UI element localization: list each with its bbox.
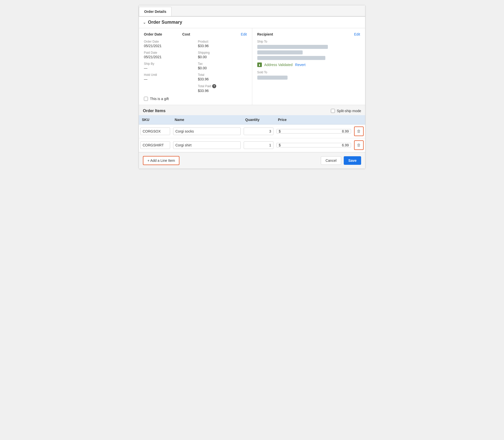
sku-input[interactable] — [140, 128, 170, 135]
price-input[interactable] — [282, 129, 349, 133]
address-validated-icon: ▮ — [257, 62, 262, 67]
cost-col-title: Cost — [182, 32, 190, 36]
order-items-title: Order Items — [143, 109, 166, 113]
ship-by-label: Ship By — [144, 62, 193, 66]
ship-to-label: Ship To — [257, 40, 360, 43]
total-paid-value: $33.96 — [198, 89, 247, 93]
quantity-cell — [242, 124, 275, 138]
price-input[interactable] — [282, 143, 349, 147]
ship-by-value: — — [144, 66, 193, 70]
sku-cell — [139, 138, 172, 152]
revert-link[interactable]: Revert — [295, 63, 305, 67]
paid-date-label: Paid Date — [144, 51, 193, 54]
address-line-1 — [257, 45, 328, 49]
recipient-edit-link[interactable]: Edit — [354, 32, 360, 36]
price-cell: $ — [275, 138, 353, 152]
tax-label: Tax — [198, 62, 247, 66]
delete-row-button[interactable]: 🗑 — [354, 140, 364, 150]
footer-actions: Cancel Save — [321, 156, 361, 165]
order-summary-body: Order Date Cost Edit Order Date 05/21/20… — [139, 28, 365, 105]
shipping-cost-value: $0.00 — [198, 55, 247, 59]
action-cell: 🗑 — [353, 124, 365, 138]
quantity-cell — [242, 138, 275, 152]
cost-edit-link[interactable]: Edit — [241, 32, 247, 36]
delete-row-button[interactable]: 🗑 — [354, 127, 364, 136]
left-col-titles: Order Date Cost — [144, 32, 190, 36]
total-paid-field: Total Paid ? $33.96 — [198, 84, 247, 93]
table-row: $ 🗑 — [139, 124, 365, 138]
shipping-cost-label: Shipping — [198, 51, 247, 54]
paid-date-field: Paid Date 05/21/2021 — [144, 51, 193, 59]
price-input-wrapper: $ — [276, 143, 351, 147]
sold-to-value-placeholder — [257, 76, 288, 80]
order-date-cost-grid: Order Date 05/21/2021 Product $33.96 Pai… — [144, 40, 247, 93]
tab-order-details[interactable]: Order Details — [139, 7, 172, 16]
sku-input[interactable] — [140, 141, 170, 149]
footer-row: + Add a Line Item Cancel Save — [139, 152, 365, 169]
shipping-cost-field: Shipping $0.00 — [198, 51, 247, 59]
page-container: Order Details ⌄ Order Summary Order Date… — [139, 5, 365, 169]
product-cost-label: Product — [198, 40, 247, 43]
gift-checkbox[interactable] — [144, 97, 148, 101]
save-button[interactable]: Save — [344, 156, 361, 165]
total-paid-help-icon[interactable]: ? — [212, 84, 216, 88]
address-line-2 — [257, 50, 303, 54]
address-validated-text: Address Validated — [264, 63, 293, 67]
col-header-quantity: Quantity — [242, 115, 275, 124]
sku-cell — [139, 124, 172, 138]
ship-by-field: Ship By — — [144, 62, 193, 70]
col-header-action — [353, 115, 365, 124]
product-cost-field: Product $33.96 — [198, 40, 247, 48]
summary-right-panel: Recipient Edit Ship To ▮ Address Validat… — [252, 28, 365, 105]
order-date-label: Order Date — [144, 40, 193, 43]
product-cost-value: $33.96 — [198, 44, 247, 48]
add-line-item-button[interactable]: + Add a Line Item — [143, 156, 179, 165]
order-date-value: 05/21/2021 — [144, 44, 193, 48]
recipient-header: Recipient Edit — [257, 32, 360, 36]
name-cell — [172, 138, 242, 152]
left-col-header: Order Date Cost Edit — [144, 32, 247, 36]
trash-icon: 🗑 — [357, 143, 361, 147]
name-cell — [172, 124, 242, 138]
total-value: $33.96 — [198, 77, 247, 81]
hold-until-value: — — [144, 77, 193, 81]
price-cell: $ — [275, 124, 353, 138]
order-summary-title: Order Summary — [148, 20, 182, 25]
hold-until-field: Hold Until — — [144, 73, 193, 81]
name-input[interactable] — [173, 141, 241, 149]
table-row: $ 🗑 — [139, 138, 365, 152]
price-input-wrapper: $ — [276, 129, 351, 134]
quantity-input[interactable] — [244, 141, 273, 149]
order-date-field: Order Date 05/21/2021 — [144, 40, 193, 48]
cancel-button[interactable]: Cancel — [321, 156, 341, 165]
split-ship-row: Split-ship mode — [331, 109, 361, 113]
quantity-input[interactable] — [244, 128, 273, 135]
total-field: Total $33.96 — [198, 73, 247, 81]
empty-field — [144, 84, 193, 93]
gift-row: This is a gift — [144, 97, 247, 101]
split-ship-label: Split-ship mode — [337, 109, 361, 113]
order-date-col-title: Order Date — [144, 32, 162, 36]
address-validated-row: ▮ Address Validated Revert — [257, 62, 360, 67]
action-cell: 🗑 — [353, 138, 365, 152]
split-ship-checkbox[interactable] — [331, 109, 335, 113]
order-items-table: SKU Name Quantity Price $ 🗑 — [139, 115, 365, 152]
summary-left-panel: Order Date Cost Edit Order Date 05/21/20… — [139, 28, 252, 105]
paid-date-value: 05/21/2021 — [144, 55, 193, 59]
chevron-down-icon: ⌄ — [143, 20, 146, 24]
price-symbol: $ — [279, 143, 281, 147]
order-summary-header: ⌄ Order Summary — [139, 17, 365, 28]
col-header-name: Name — [172, 115, 242, 124]
recipient-title: Recipient — [257, 32, 273, 36]
tabs-bar: Order Details — [139, 5, 365, 17]
table-header-row: SKU Name Quantity Price — [139, 115, 365, 124]
hold-until-label: Hold Until — [144, 73, 193, 77]
col-header-price: Price — [275, 115, 353, 124]
sold-to-label: Sold To — [257, 71, 360, 74]
order-items-header: Order Items Split-ship mode — [139, 105, 365, 115]
gift-label: This is a gift — [150, 97, 169, 101]
total-label: Total — [198, 73, 247, 77]
tax-value: $0.00 — [198, 66, 247, 70]
col-header-sku: SKU — [139, 115, 172, 124]
name-input[interactable] — [173, 128, 241, 135]
